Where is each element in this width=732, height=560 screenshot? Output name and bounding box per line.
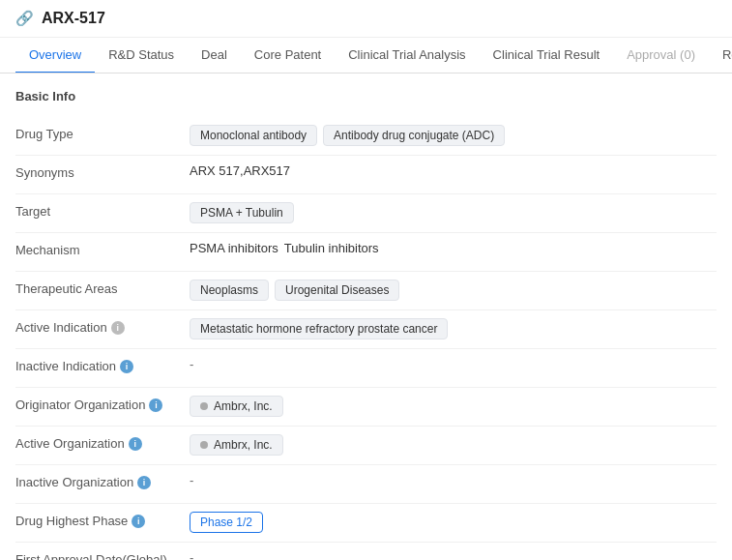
field-value-active-organization: Ambrx, Inc. bbox=[190, 434, 717, 456]
content-area: Basic Info Drug TypeMonoclonal antibodyA… bbox=[0, 74, 732, 560]
org-dot-icon bbox=[200, 402, 208, 410]
field-row-originator-organization: Originator OrganizationiAmbrx, Inc. bbox=[15, 388, 717, 427]
field-label-target: Target bbox=[15, 202, 190, 219]
field-label-inactive-organization: Inactive Organizationi bbox=[15, 473, 190, 489]
field-value-first-approval-date: - bbox=[190, 550, 717, 560]
field-value-inactive-organization: - bbox=[190, 473, 717, 487]
tag: Neoplasms bbox=[190, 280, 269, 301]
info-icon-inactive-organization[interactable]: i bbox=[137, 476, 151, 489]
field-row-drug-type: Drug TypeMonoclonal antibodyAntibody dru… bbox=[15, 117, 717, 156]
title-bar: 🔗 ARX-517 bbox=[0, 0, 732, 38]
tag: Monoclonal antibody bbox=[190, 125, 317, 146]
field-value-mechanism: PSMA inhibitorsTubulin inhibitors bbox=[190, 241, 717, 255]
tab-clinical-trial-result[interactable]: Clinical Trial Result bbox=[480, 38, 614, 74]
app-title: ARX-517 bbox=[42, 10, 105, 27]
field-value-synonyms: ARX 517,ARX517 bbox=[190, 163, 717, 178]
field-row-target: TargetPSMA + Tubulin bbox=[15, 194, 717, 233]
plain-tag: PSMA inhibitors bbox=[190, 241, 278, 255]
field-label-synonyms: Synonyms bbox=[15, 163, 190, 180]
field-label-mechanism: Mechanism bbox=[15, 241, 190, 257]
tab-regulation[interactable]: Regulation bbox=[709, 38, 732, 74]
field-value-inactive-indication: - bbox=[190, 357, 717, 371]
field-row-active-indication: Active IndicationiMetastatic hormone ref… bbox=[15, 310, 717, 349]
field-label-therapeutic-areas: Therapeutic Areas bbox=[15, 280, 190, 296]
org-dot-icon bbox=[200, 441, 208, 449]
field-label-first-approval-date: First Approval Date(Global) bbox=[15, 550, 190, 560]
fields-list: Drug TypeMonoclonal antibodyAntibody dru… bbox=[15, 117, 717, 560]
info-icon-originator-organization[interactable]: i bbox=[149, 398, 162, 412]
field-value-originator-organization: Ambrx, Inc. bbox=[190, 396, 717, 417]
title-icon: 🔗 bbox=[15, 10, 34, 27]
field-value-therapeutic-areas: NeoplasmsUrogenital Diseases bbox=[190, 280, 717, 301]
org-tag: Ambrx, Inc. bbox=[190, 434, 283, 456]
tab-core-patent[interactable]: Core Patent bbox=[241, 38, 335, 74]
field-label-drug-highest-phase: Drug Highest Phasei bbox=[15, 512, 190, 528]
tag: Metastatic hormone refractory prostate c… bbox=[190, 318, 448, 339]
tab-overview[interactable]: Overview bbox=[15, 38, 95, 74]
field-row-mechanism: MechanismPSMA inhibitorsTubulin inhibito… bbox=[15, 233, 717, 272]
field-row-inactive-indication: Inactive Indicationi- bbox=[15, 349, 717, 388]
field-label-inactive-indication: Inactive Indicationi bbox=[15, 357, 190, 373]
tab-clinical-trial-analysis[interactable]: Clinical Trial Analysis bbox=[335, 38, 479, 74]
field-row-synonyms: SynonymsARX 517,ARX517 bbox=[15, 156, 717, 194]
info-icon-inactive-indication[interactable]: i bbox=[120, 360, 133, 373]
field-value-active-indication: Metastatic hormone refractory prostate c… bbox=[190, 318, 717, 339]
field-row-drug-highest-phase: Drug Highest PhaseiPhase 1/2 bbox=[15, 504, 717, 543]
field-row-first-approval-date: First Approval Date(Global)- bbox=[15, 543, 717, 560]
plain-tag: Tubulin inhibitors bbox=[284, 241, 379, 255]
field-value-drug-type: Monoclonal antibodyAntibody drug conjuga… bbox=[190, 125, 717, 146]
info-icon-active-indication[interactable]: i bbox=[111, 321, 125, 335]
tag: PSMA + Tubulin bbox=[190, 202, 294, 223]
section-title: Basic Info bbox=[15, 89, 717, 103]
field-label-originator-organization: Originator Organizationi bbox=[15, 396, 190, 412]
phase-tag: Phase 1/2 bbox=[190, 512, 263, 533]
tab-approval: Approval (0) bbox=[613, 38, 709, 74]
nav-tabs: OverviewR&D StatusDealCore PatentClinica… bbox=[0, 38, 732, 74]
field-row-inactive-organization: Inactive Organizationi- bbox=[15, 465, 717, 504]
field-label-active-organization: Active Organizationi bbox=[15, 434, 190, 451]
info-icon-drug-highest-phase[interactable]: i bbox=[132, 515, 145, 528]
field-label-active-indication: Active Indicationi bbox=[15, 318, 190, 335]
org-tag: Ambrx, Inc. bbox=[190, 396, 283, 417]
field-label-drug-type: Drug Type bbox=[15, 125, 190, 141]
tag: Urogenital Diseases bbox=[275, 280, 399, 301]
info-icon-active-organization[interactable]: i bbox=[129, 437, 142, 451]
tab-rd-status[interactable]: R&D Status bbox=[95, 38, 188, 74]
tag: Antibody drug conjugate (ADC) bbox=[323, 125, 505, 146]
field-value-target: PSMA + Tubulin bbox=[190, 202, 717, 223]
tab-deal[interactable]: Deal bbox=[188, 38, 241, 74]
field-value-drug-highest-phase: Phase 1/2 bbox=[190, 512, 717, 533]
field-row-therapeutic-areas: Therapeutic AreasNeoplasmsUrogenital Dis… bbox=[15, 272, 717, 310]
field-row-active-organization: Active OrganizationiAmbrx, Inc. bbox=[15, 427, 717, 465]
